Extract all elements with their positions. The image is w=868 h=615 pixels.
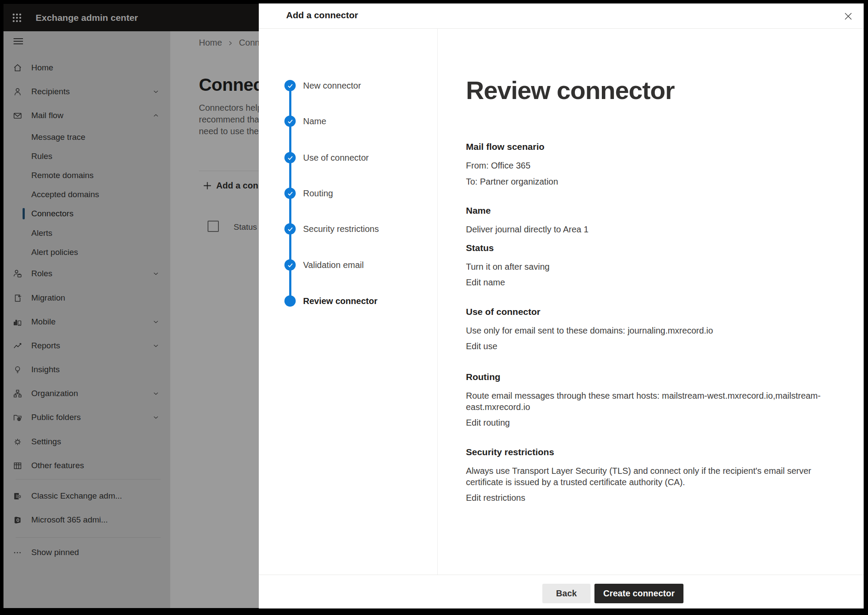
sidebar-item-alerts[interactable]: Alerts [3,225,170,242]
section-line: Turn it on after saving [466,261,848,272]
mobile-icon [12,317,23,327]
close-icon[interactable] [841,9,855,23]
dialog-title: Add a connector [286,10,358,20]
line-chart-icon [12,341,23,351]
page-description: Connectors help recommend that need to u… [199,102,262,137]
classic-exchange-icon [12,491,23,501]
section-line: east.mxrecord.io [466,401,848,413]
ellipsis-icon [12,547,23,558]
sidebar-item-message-trace[interactable]: Message trace [3,129,170,146]
table-grid-icon [12,460,23,471]
section-title: Name [466,205,848,216]
sidebar-item-rules[interactable]: Rules [3,148,170,165]
gear-icon [12,436,23,447]
home-icon [12,63,23,73]
migration-icon [12,293,23,303]
folder-globe-icon [12,412,23,423]
section-line: Deliver journal directly to Area 1 [466,224,848,235]
breadcrumb-home[interactable]: Home [199,37,222,48]
sidebar-item-recipients[interactable]: Recipients [3,83,170,100]
review-summary: Mail flow scenario From: Office 365 To: … [466,141,848,503]
sidebar-item-reports[interactable]: Reports [3,337,170,354]
sidebar-item-migration[interactable]: Migration [3,289,170,307]
person-icon [12,86,23,97]
hamburger-icon[interactable] [12,36,23,47]
step-check-icon [284,223,296,235]
step-use-of-connector[interactable]: Use of connector [259,152,437,163]
chevron-down-icon[interactable] [152,88,160,96]
step-review-connector[interactable]: Review connector [259,295,437,307]
section-title: Mail flow scenario [466,141,848,152]
section-use-of-connector: Use of connector Use only for email sent… [466,306,848,352]
page-title: Connec [199,75,263,95]
sidebar-item-public-folders[interactable]: Public folders [3,409,170,426]
section-title: Use of connector [466,306,848,317]
section-line: Always use Transport Layer Security (TLS… [466,465,848,476]
step-check-icon [284,116,296,127]
chevron-down-icon[interactable] [152,342,160,350]
review-heading: Review connector [466,76,674,104]
chevron-down-icon[interactable] [152,318,160,326]
selected-indicator [23,208,25,219]
sidebar-item-connectors[interactable]: Connectors [3,205,170,222]
step-name[interactable]: Name [259,116,437,127]
sidebar-item-roles[interactable]: Roles [3,265,170,282]
sidebar-item-mail-flow[interactable]: Mail flow [3,107,170,124]
org-chart-icon [12,388,23,399]
sidebar-item-alert-policies[interactable]: Alert policies [3,244,170,261]
section-line: Use only for email sent to these domains… [466,325,848,336]
section-title: Security restrictions [466,446,848,458]
lightbulb-icon [12,364,23,375]
section-line: Route email messages through these smart… [466,390,848,401]
edit-restrictions-link[interactable]: Edit restrictions [466,492,525,503]
section-security-restrictions: Security restrictions Always use Transpo… [466,446,848,503]
sidebar-item-organization[interactable]: Organization [3,385,170,402]
status-column-header: Status [234,222,257,233]
breadcrumb: Home Conne [199,37,264,48]
step-security-restrictions[interactable]: Security restrictions [259,223,437,235]
chevron-down-icon[interactable] [152,413,160,421]
sidebar-item-home[interactable]: Home [3,59,170,76]
left-nav: Home Recipients Mail flow Message trace … [3,31,170,608]
select-all-checkbox[interactable] [208,221,219,232]
step-routing[interactable]: Routing [259,188,437,199]
step-check-icon [284,80,296,91]
plus-icon [202,180,213,191]
roles-icon [12,268,23,279]
screen: Exchange admin center Home Recipients Ma… [0,0,868,615]
section-name: Name Deliver journal directly to Area 1 [466,205,848,235]
sidebar-divider [16,479,161,479]
section-title: Status [466,242,848,254]
chevron-down-icon[interactable] [152,390,160,397]
chevron-up-icon[interactable] [152,112,160,119]
chevron-right-icon [227,40,234,46]
chevron-down-icon[interactable] [152,270,160,278]
app-launcher-icon[interactable] [11,12,23,23]
app-title: Exchange admin center [36,13,138,23]
edit-name-link[interactable]: Edit name [466,277,505,288]
sidebar-item-classic-exchange[interactable]: Classic Exchange adm... [3,487,170,505]
edit-use-link[interactable]: Edit use [466,341,497,352]
dialog-header: Add a connector [259,3,864,29]
sidebar-item-show-pinned[interactable]: Show pinned [3,544,170,561]
sidebar-item-other-features[interactable]: Other features [3,457,170,474]
microsoft-365-icon [12,515,23,525]
step-validation-email[interactable]: Validation email [259,259,437,271]
dialog-footer: Back Create connector [259,575,864,608]
sidebar-item-mobile[interactable]: Mobile [3,313,170,331]
back-button[interactable]: Back [542,584,591,603]
sidebar-item-settings[interactable]: Settings [3,433,170,450]
step-new-connector[interactable]: New connector [259,80,437,91]
wizard-steps-pane: New connector Name Use of connector Rout… [259,28,438,575]
step-check-icon [284,188,296,199]
sidebar-item-m365-admin[interactable]: Microsoft 365 admi... [3,511,170,529]
step-check-icon [284,259,296,271]
add-connector-button[interactable]: Add a conn [202,179,264,192]
sidebar-item-remote-domains[interactable]: Remote domains [3,167,170,184]
step-current-dot [284,295,296,307]
sidebar-item-accepted-domains[interactable]: Accepted domains [3,186,170,203]
create-connector-button[interactable]: Create connector [594,584,683,603]
sidebar-item-insights[interactable]: Insights [3,361,170,378]
step-check-icon [284,152,296,163]
edit-routing-link[interactable]: Edit routing [466,417,510,428]
